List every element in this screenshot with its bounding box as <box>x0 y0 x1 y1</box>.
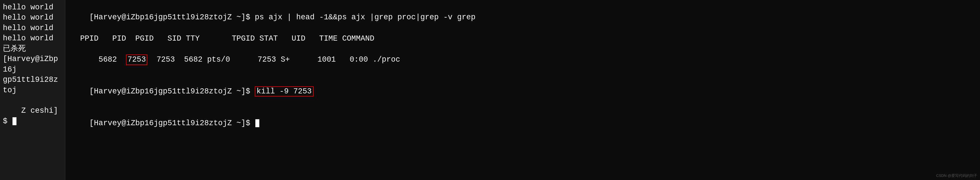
left-prompt-text: Z ceshi]$ <box>3 107 58 125</box>
data-pre: 5682 <box>89 55 126 64</box>
left-line-3: hello world <box>3 23 62 33</box>
right-panel: [Harvey@iZbp16jgp51ttl9i28ztojZ ~]$ ps a… <box>65 0 980 180</box>
left-panel: hello world hello world hello world hell… <box>0 0 65 180</box>
left-prompt-2: gp51ttl9i28ztoj <box>3 75 62 96</box>
right-line-2-header: PPID PID PGID SID TTY TPGID STAT UID TIM… <box>71 33 974 44</box>
pid-boxed: 7253 <box>126 54 147 65</box>
right-line-1: [Harvey@iZbp16jgp51ttl9i28ztojZ ~]$ ps a… <box>71 2 974 33</box>
cursor-left <box>13 117 16 125</box>
watermark: CSDN @爱写代码的刘子 <box>936 173 977 178</box>
right-line-4: [Harvey@iZbp16jgp51ttl9i28ztojZ ~]$ kill… <box>71 76 974 108</box>
left-line-2: hello world <box>3 13 62 23</box>
right-line-3-data: 5682 7253 7253 5682 pts/0 7253 S+ 1001 0… <box>71 44 974 76</box>
prompt-1: [Harvey@iZbp16jgp51ttl9i28ztojZ ~]$ <box>89 13 255 22</box>
left-prompt-1: [Harvey@iZbp16j <box>3 54 62 75</box>
prompt-5: [Harvey@iZbp16jgp51ttl9i28ztojZ ~]$ <box>89 119 255 127</box>
kill-command-boxed: kill -9 7253 <box>255 86 313 97</box>
cursor-right <box>255 119 259 127</box>
left-line-1: hello world <box>3 2 62 13</box>
data-post: 7253 5682 pts/0 7253 S+ 1001 0:00 ./proc <box>147 55 400 64</box>
command-1: ps ajx | head -1&&ps ajx |grep proc|grep… <box>255 13 476 22</box>
prompt-4: [Harvey@iZbp16jgp51ttl9i28ztojZ ~]$ <box>89 87 255 96</box>
left-line-4: hello world <box>3 33 62 43</box>
right-line-5[interactable]: [Harvey@iZbp16jgp51ttl9i28ztojZ ~]$ <box>71 108 974 139</box>
left-line-killed: 已杀死 <box>3 44 62 54</box>
left-prompt-3[interactable]: Z ceshi]$ <box>3 96 62 137</box>
